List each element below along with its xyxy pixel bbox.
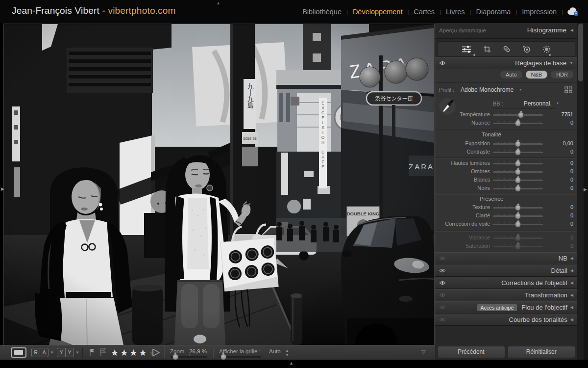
panel-lens-corrections[interactable]: Corrections de l'objectif ◀ — [435, 277, 577, 289]
slider-knob[interactable] — [515, 141, 521, 147]
slider-track[interactable] — [493, 188, 543, 189]
cloud-sync-icon[interactable] — [564, 5, 581, 18]
panel-tone-curve[interactable]: Courbe des tonalités ◀ — [435, 314, 577, 326]
slider-track[interactable] — [493, 152, 543, 153]
module-cartes[interactable]: Cartes — [409, 6, 439, 18]
slider-value[interactable]: 0,00 — [548, 140, 573, 146]
star-icon[interactable]: ★ — [129, 348, 139, 358]
zoom-value[interactable]: 26,9 % — [180, 348, 207, 354]
edit-sliders-icon[interactable] — [462, 46, 471, 53]
slider-knob[interactable] — [515, 120, 521, 127]
slider-knob[interactable] — [515, 160, 521, 167]
grid-mode-select[interactable]: Auto — [269, 348, 281, 354]
slider-track[interactable] — [493, 123, 543, 124]
reject-flag-icon[interactable] — [99, 348, 106, 358]
slider-knob[interactable] — [515, 221, 521, 228]
slider-knob[interactable] — [515, 177, 521, 184]
slider-knob[interactable] — [515, 243, 521, 250]
basic-panel-header[interactable]: Réglages de base ▼ — [435, 57, 577, 69]
module-diaporama[interactable]: Diaporama — [471, 6, 515, 18]
mode-hdr-button[interactable]: HDR — [551, 71, 573, 79]
filmstrip-collapse-arrow[interactable]: ▲ — [289, 361, 294, 366]
star-icon[interactable]: ★ — [111, 348, 120, 358]
profile-browser-icon[interactable] — [564, 86, 572, 94]
pick-flag-icon[interactable] — [88, 348, 96, 358]
slider-track[interactable] — [493, 207, 543, 209]
slider-value[interactable]: 0 — [548, 235, 573, 240]
photo-canvas[interactable]: ZARA ZARA 渋谷センター街 EXCELSIOR CAFE 九十九島 — [4, 24, 434, 345]
slider-track[interactable] — [493, 143, 543, 145]
slider-track[interactable] — [493, 163, 543, 164]
reset-button[interactable]: Réinitialiser — [508, 346, 576, 358]
slider-track[interactable] — [493, 215, 543, 217]
slider-value[interactable]: 0 — [548, 177, 573, 183]
eye-icon[interactable] — [439, 317, 446, 322]
slider-value[interactable]: 0 — [548, 120, 573, 126]
smart-preview-toggle[interactable]: Aperçu dynamique — [439, 27, 486, 33]
crop-tool-icon[interactable] — [483, 45, 491, 53]
slider-knob[interactable] — [515, 213, 521, 219]
collapse-arrow-icon[interactable]: ◀ — [570, 268, 573, 273]
star-icon[interactable]: ★ — [120, 348, 129, 358]
collapse-arrow-icon[interactable]: ◀ — [570, 293, 573, 297]
profile-select[interactable]: Adobe Monochrome — [461, 86, 514, 93]
eye-icon[interactable] — [439, 268, 446, 273]
eye-icon[interactable] — [439, 293, 446, 297]
before-after-tb-button[interactable]: YY — [57, 348, 74, 357]
module-developpement[interactable]: Développement — [348, 6, 407, 18]
eye-icon[interactable] — [439, 305, 446, 310]
healing-tool-icon[interactable] — [503, 45, 511, 53]
slider-track[interactable] — [493, 237, 543, 239]
slider-value[interactable]: 0 — [548, 221, 573, 227]
eye-icon[interactable] — [439, 61, 446, 65]
slider-track[interactable] — [493, 224, 543, 225]
slider-knob[interactable] — [515, 205, 521, 211]
histogram-panel-header[interactable]: Aperçu dynamique Histogramme ◀ — [435, 23, 577, 39]
zoom-slider[interactable] — [170, 356, 207, 358]
slider-knob[interactable] — [515, 235, 521, 241]
slider-knob[interactable] — [515, 185, 521, 192]
red-eye-tool-icon[interactable] — [522, 45, 531, 53]
collapse-arrow-icon[interactable]: ◀ — [570, 305, 573, 310]
slider-value[interactable]: 0 — [548, 149, 573, 155]
loupe-view-button[interactable] — [11, 347, 26, 360]
grid-size-slider[interactable] — [219, 356, 261, 358]
before-after-dropdown-icon[interactable]: ▼ — [50, 350, 54, 355]
toolbar-options-chevron-icon[interactable]: ▽ — [421, 349, 425, 355]
slider-value[interactable]: 0 — [548, 243, 573, 249]
mode-auto-button[interactable]: Auto — [500, 71, 522, 79]
slider-value[interactable]: 7751 — [548, 111, 573, 117]
slider-track[interactable] — [493, 246, 543, 247]
collapse-arrow-icon[interactable]: ◀ — [570, 281, 573, 285]
panel-transform[interactable]: Transformation ◀ — [435, 289, 577, 301]
slider-value[interactable]: 0 — [548, 160, 573, 166]
mode-bw-button[interactable]: N&B — [526, 71, 548, 79]
collapse-arrow-icon[interactable]: ◀ — [570, 317, 573, 322]
play-slideshow-icon[interactable] — [151, 348, 161, 359]
right-panel-collapse-arrow[interactable]: ▶ — [584, 187, 587, 192]
split-dropdown-icon[interactable]: ▼ — [75, 350, 79, 355]
eye-icon[interactable] — [439, 281, 446, 285]
slider-value[interactable]: 0 — [548, 204, 573, 210]
slider-knob[interactable] — [515, 149, 521, 156]
top-panel-collapse-arrow[interactable]: ▲ — [216, 0, 220, 5]
slider-track[interactable] — [493, 180, 543, 181]
profile-caret-icon[interactable]: ▾ — [519, 87, 521, 92]
panel-scrollbar-thumb[interactable] — [578, 24, 583, 81]
collapse-arrow-icon[interactable]: ◀ — [570, 256, 573, 261]
slider-knob[interactable] — [515, 169, 521, 175]
before-after-lr-button[interactable]: RA — [31, 348, 49, 357]
panel-bw[interactable]: NB ◀ — [435, 252, 577, 264]
star-icon[interactable]: ★ — [139, 348, 148, 358]
previous-button[interactable]: Précédent — [437, 346, 505, 358]
slider-knob[interactable] — [518, 112, 524, 118]
module-impression[interactable]: Impression — [517, 6, 561, 18]
panel-detail[interactable]: Détail ◀ — [435, 264, 577, 277]
histogram-collapse-icon[interactable]: ◀ — [570, 28, 573, 32]
slider-value[interactable]: 0 — [548, 212, 573, 218]
left-panel-reveal-arrow[interactable]: ▶ — [1, 186, 4, 191]
eye-icon[interactable] — [439, 256, 446, 261]
panel-lens-blur[interactable]: Accès anticipé Flou de l'objectif ◀ — [435, 301, 577, 314]
slider-value[interactable]: 0 — [548, 185, 573, 191]
slider-track[interactable] — [493, 114, 543, 116]
